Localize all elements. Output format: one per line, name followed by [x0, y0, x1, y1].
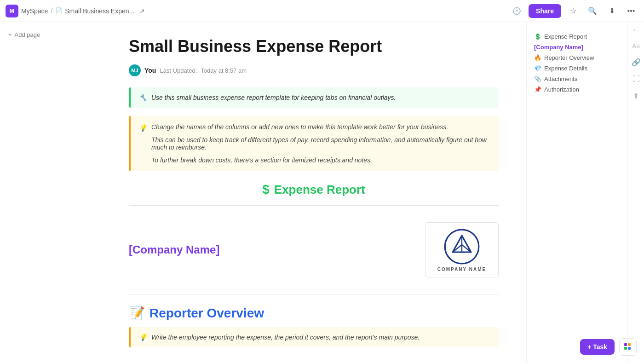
company-name-text: [Company Name]	[129, 243, 219, 256]
toc-expense-report[interactable]: 💲 Expense Report	[534, 31, 620, 42]
company-row: [Company Name] COMPANY NAME	[129, 213, 499, 287]
bottom-bar: + Task	[580, 338, 637, 356]
reporter-hint-box: 💡 Write the employee reporting the expen…	[129, 327, 499, 347]
green-info-text: Use this small business expense report t…	[151, 94, 396, 101]
expense-heading-text: Expense Report	[274, 183, 365, 197]
upload-icon[interactable]: ⬆	[633, 92, 639, 100]
avatar: MJ	[129, 64, 141, 76]
download-icon[interactable]: ⬇	[604, 4, 619, 18]
divider-1	[129, 205, 499, 206]
task-button[interactable]: + Task	[580, 339, 615, 355]
toc-reporter-label: Reporter Overview	[544, 54, 594, 61]
last-updated-value: Today at 8:57 am	[201, 67, 247, 74]
grid-icon	[624, 343, 632, 351]
toc-attachments[interactable]: 📎 Attachments	[534, 74, 620, 84]
toc-authorization[interactable]: 📌 Authorization	[534, 84, 620, 95]
breadcrumb: MySpace / 📄 Small Business Expen... ↗	[21, 6, 148, 17]
toc-expense-details[interactable]: 💎 Expense Details	[534, 63, 620, 74]
doc-meta: MJ You Last Updated: Today at 8:57 am	[129, 64, 499, 76]
font-size-icon[interactable]: Aa	[632, 42, 640, 50]
toc-details-label: Expense Details	[544, 65, 587, 72]
yellow-info-box: 💡 Change the names of the columns or add…	[129, 116, 499, 171]
topbar-right: 🕐 Share ☆ 🔍 ⬇ •••	[509, 4, 638, 18]
link-icon[interactable]: 🔗	[632, 58, 641, 67]
toc-attachments-label: Attachments	[544, 75, 577, 82]
divider-2	[129, 294, 499, 294]
plus-icon: +	[8, 31, 12, 38]
yellow-para-1: Change the names of the columns or add n…	[151, 123, 490, 131]
toc-expense-icon: 💲	[534, 33, 541, 40]
more-icon[interactable]: •••	[624, 4, 638, 18]
share-page-icon[interactable]: ↗	[137, 6, 148, 17]
svg-rect-7	[624, 347, 627, 350]
logo-label: COMPANY NAME	[437, 267, 486, 272]
reporter-hint-text: Write the employee reporting the expense…	[151, 334, 420, 341]
yellow-para-3: To further break down costs, there's a s…	[151, 156, 490, 164]
expense-icon: $	[262, 182, 270, 197]
expense-report-heading: $ Expense Report	[129, 182, 499, 197]
yellow-info-icon: 💡	[139, 124, 147, 164]
toc-company-name[interactable]: [Company Name]	[534, 42, 620, 52]
page-title-breadcrumb[interactable]: Small Business Expen...	[65, 7, 134, 15]
toc-company-label: [Company Name]	[534, 44, 583, 51]
left-sidebar: + Add page	[0, 22, 101, 363]
toc-reporter-icon: 🔥	[534, 54, 541, 61]
yellow-para-2: This can be used to keep track of differ…	[151, 136, 490, 151]
reporter-icon: 📝	[129, 305, 145, 321]
toc-authorization-label: Authorization	[544, 86, 579, 93]
expand-icon[interactable]: ⛶	[632, 75, 640, 83]
toc-reporter-overview[interactable]: 🔥 Reporter Overview	[534, 52, 620, 63]
add-page-label: Add page	[15, 31, 40, 38]
toc-authorization-icon: 📌	[534, 86, 541, 93]
topbar-left: M MySpace / 📄 Small Business Expen... ↗	[6, 5, 148, 17]
page-icon: 📄	[55, 7, 63, 14]
topbar: M MySpace / 📄 Small Business Expen... ↗ …	[0, 0, 644, 22]
author-name: You	[144, 67, 156, 74]
add-page-button[interactable]: + Add page	[6, 29, 95, 40]
app-logo[interactable]: M	[6, 5, 18, 17]
document-title: Small Business Expense Report	[129, 37, 499, 56]
content-area: Small Business Expense Report MJ You Las…	[101, 22, 526, 363]
toc-details-icon: 💎	[534, 65, 541, 72]
green-info-box: 🔧 Use this small business expense report…	[129, 87, 499, 108]
reporter-heading-text: Reporter Overview	[150, 306, 264, 321]
breadcrumb-page: 📄 Small Business Expen... ↗	[55, 6, 148, 17]
history-icon[interactable]: 🕐	[509, 4, 524, 18]
right-tools: ← Aa 🔗 ⛶ ⬆	[627, 22, 644, 363]
toc-attachments-icon: 📎	[534, 75, 541, 82]
last-updated-label: Last Updated:	[160, 67, 197, 74]
grid-view-button[interactable]	[619, 338, 637, 356]
main-layout: + Add page Small Business Expense Report…	[0, 22, 644, 363]
share-button[interactable]: Share	[529, 4, 561, 18]
svg-rect-5	[624, 343, 627, 346]
breadcrumb-home[interactable]: MySpace	[21, 7, 48, 15]
svg-rect-8	[628, 347, 631, 350]
breadcrumb-separator: /	[51, 7, 52, 15]
svg-rect-6	[628, 343, 631, 346]
green-info-icon: 🔧	[139, 94, 147, 101]
table-of-contents: 💲 Expense Report [Company Name] 🔥 Report…	[526, 22, 627, 363]
reporter-heading: 📝 Reporter Overview	[129, 305, 499, 321]
yellow-info-text: Change the names of the columns or add n…	[151, 123, 490, 164]
collapse-icon[interactable]: ←	[632, 26, 640, 34]
star-icon[interactable]: ☆	[566, 4, 581, 18]
search-icon[interactable]: 🔍	[585, 4, 600, 18]
company-logo-svg	[443, 228, 480, 265]
toc-expense-label: Expense Report	[544, 33, 587, 40]
reporter-hint-icon: 💡	[139, 334, 147, 341]
company-logo-box: COMPANY NAME	[425, 222, 499, 277]
